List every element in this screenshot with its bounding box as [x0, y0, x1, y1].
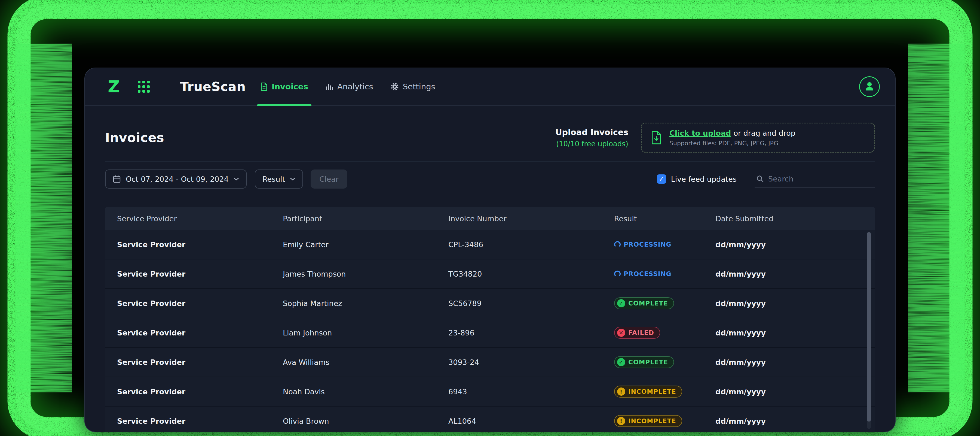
cell-participant: Ava Williams — [271, 358, 436, 367]
column-header: Invoice Number — [436, 214, 602, 223]
cell-result: ✕ FAILED — [602, 327, 703, 339]
live-feed-label: Live feed updates — [671, 175, 737, 184]
cell-invoice-number: SC56789 — [436, 299, 602, 308]
cell-participant: Sophia Martinez — [271, 299, 436, 308]
z-logo: Z — [108, 78, 120, 95]
column-header: Result — [602, 214, 703, 223]
cell-date-submitted: dd/mm/yyyy — [703, 388, 875, 396]
table-row[interactable]: Service Provider Noah Davis 6943 ! INCOM… — [105, 377, 875, 407]
table-row[interactable]: Service Provider Sophia Martinez SC56789… — [105, 289, 875, 318]
date-range-filter[interactable]: Oct 07, 2024 - Oct 09, 2024 — [105, 169, 247, 188]
click-to-upload-link[interactable]: Click to upload — [670, 129, 731, 137]
cell-date-submitted: dd/mm/yyyy — [703, 329, 875, 337]
status-badge: ✓ COMPLETE — [614, 356, 674, 368]
status-icon: ✕ — [617, 329, 625, 337]
scrollbar-thumb[interactable] — [867, 232, 871, 422]
cell-invoice-number: CPL-3486 — [436, 240, 602, 249]
status-icon: ✓ — [617, 358, 625, 366]
chevron-down-icon — [290, 177, 295, 180]
clear-filters-button[interactable]: Clear — [310, 169, 347, 188]
upload-area: Upload Invoices (10/10 free uploads) — [555, 123, 875, 153]
cell-invoice-number: 3093-24 — [436, 358, 602, 367]
status-label: COMPLETE — [628, 300, 668, 307]
status-label: INCOMPLETE — [628, 417, 676, 425]
person-icon — [863, 80, 876, 93]
cell-provider: Service Provider — [105, 417, 271, 425]
tab-invoices-label: Invoices — [272, 82, 308, 91]
cell-participant: James Thompson — [271, 270, 436, 278]
cell-provider: Service Provider — [105, 388, 271, 396]
status-icon: ✓ — [617, 299, 625, 307]
top-navigation: Z TrueScan Invoices — [85, 68, 895, 106]
status-label: COMPLETE — [628, 359, 668, 366]
page-title: Invoices — [105, 130, 164, 145]
status-icon: ! — [617, 417, 625, 425]
cell-provider: Service Provider — [105, 358, 271, 367]
status-badge: ! INCOMPLETE — [614, 415, 682, 427]
table-row[interactable]: Service Provider Liam Johnson 23-896 ✕ F… — [105, 318, 875, 348]
cell-result: PROCESSING — [602, 238, 703, 251]
live-feed-checkbox[interactable]: ✓ — [657, 174, 666, 184]
table-row[interactable]: Service Provider Ava Williams 3093-24 ✓ … — [105, 348, 875, 377]
cell-result: ! INCOMPLETE — [602, 415, 703, 427]
upload-text: Upload Invoices (10/10 free uploads) — [555, 128, 628, 148]
table-row[interactable]: Service Provider James Thompson TG34820 … — [105, 259, 875, 289]
status-label: PROCESSING — [624, 241, 671, 248]
cell-provider: Service Provider — [105, 329, 271, 337]
calendar-icon — [113, 175, 121, 183]
status-badge: ! INCOMPLETE — [614, 386, 682, 398]
cell-result: ✓ COMPLETE — [602, 356, 703, 368]
column-header: Date Submitted — [703, 214, 875, 223]
tab-invoices[interactable]: Invoices — [261, 68, 308, 105]
cell-invoice-number: 23-896 — [436, 329, 602, 337]
user-avatar[interactable] — [859, 76, 880, 97]
status-badge: PROCESSING — [614, 268, 671, 280]
cell-date-submitted: dd/mm/yyyy — [703, 240, 875, 249]
column-header: Participant — [271, 214, 436, 223]
table-row[interactable]: Service Provider Olivia Brown AL1064 ! I… — [105, 407, 875, 432]
screenshot-stage: Z TrueScan Invoices — [0, 0, 980, 436]
search-input[interactable] — [768, 175, 873, 183]
cell-date-submitted: dd/mm/yyyy — [703, 299, 875, 308]
cell-provider: Service Provider — [105, 299, 271, 308]
table-scrollbar[interactable] — [867, 232, 871, 429]
cell-result: PROCESSING — [602, 268, 703, 280]
table-header: Service ProviderParticipantInvoice Numbe… — [105, 207, 875, 230]
result-filter[interactable]: Result — [255, 169, 303, 188]
supported-files-text: Supported files: PDF, PNG, JPEG, JPG — [670, 140, 795, 147]
upload-heading: Upload Invoices — [555, 128, 628, 137]
cell-participant: Olivia Brown — [271, 417, 436, 425]
cell-date-submitted: dd/mm/yyyy — [703, 270, 875, 278]
status-badge: ✓ COMPLETE — [614, 297, 674, 309]
search-box[interactable] — [755, 171, 875, 187]
drag-drop-text: or drag and drop — [733, 129, 795, 137]
status-label: FAILED — [628, 329, 654, 336]
tab-analytics-label: Analytics — [337, 82, 373, 91]
date-range-value: Oct 07, 2024 - Oct 09, 2024 — [126, 175, 229, 184]
upload-quota: (10/10 free uploads) — [555, 140, 628, 148]
gear-icon — [391, 83, 399, 91]
tab-analytics[interactable]: Analytics — [326, 68, 373, 105]
column-header: Service Provider — [105, 214, 271, 223]
invoices-table: Service ProviderParticipantInvoice Numbe… — [105, 207, 875, 432]
tab-settings-label: Settings — [403, 82, 435, 91]
table-row[interactable]: Service Provider Emily Carter CPL-3486 P… — [105, 230, 875, 259]
main-content: Invoices Upload Invoices (10/10 free upl… — [85, 123, 895, 432]
cell-participant: Liam Johnson — [271, 329, 436, 337]
live-feed-toggle[interactable]: ✓ Live feed updates — [657, 174, 737, 184]
cell-invoice-number: AL1064 — [436, 417, 602, 425]
cell-result: ! INCOMPLETE — [602, 386, 703, 398]
cell-provider: Service Provider — [105, 270, 271, 278]
cell-invoice-number: 6943 — [436, 388, 602, 396]
cell-result: ✓ COMPLETE — [602, 297, 703, 309]
result-filter-label: Result — [262, 175, 285, 184]
status-icon — [614, 241, 620, 248]
tab-settings[interactable]: Settings — [391, 68, 435, 105]
dropzone-text: Click to uploador drag and drop Supporte… — [670, 129, 795, 147]
apps-grid-icon[interactable] — [138, 81, 150, 93]
file-upload-icon — [651, 131, 662, 144]
cell-invoice-number: TG34820 — [436, 270, 602, 278]
upload-dropzone[interactable]: Click to uploador drag and drop Supporte… — [641, 123, 875, 153]
app-title: TrueScan — [180, 79, 246, 94]
cell-participant: Noah Davis — [271, 388, 436, 396]
